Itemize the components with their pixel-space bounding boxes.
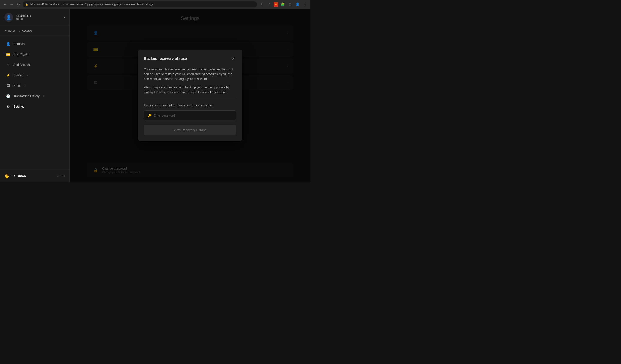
receive-label: Receive — [22, 29, 32, 32]
more-button[interactable]: ⋮ — [302, 1, 308, 7]
main-content: Settings 👤 › 💳 › ⚡ › 🖼 › — [69, 9, 310, 182]
nav-section: 👤 Portfolio 💳 Buy Crypto + Add Account ⚡… — [0, 36, 69, 170]
sidebar-item-settings[interactable]: ⚙ Settings — [2, 102, 68, 112]
account-balance: $0.00 — [16, 17, 61, 21]
nfts-external-icon: ↗ — [24, 84, 26, 87]
address-bar[interactable]: 🔒 Talisman - Polkadot Wallet | chrome-ex… — [23, 1, 257, 7]
modal-para-1: Your recovery phrase gives you access to… — [144, 67, 236, 82]
sidebar: 👤 All accounts $0.00 ▾ ↗ Send ↓ Receive … — [0, 9, 69, 182]
layout-button[interactable]: ⊡ — [287, 1, 293, 7]
sidebar-item-staking[interactable]: ⚡ Staking ↗ — [2, 70, 68, 80]
reload-button[interactable]: ↻ — [16, 2, 21, 7]
action-row: ↗ Send ↓ Receive — [0, 25, 69, 36]
staking-external-icon: ↗ — [27, 74, 29, 77]
download-button[interactable]: ⬇ — [259, 1, 265, 7]
send-icon: ↗ — [4, 29, 7, 32]
settings-icon: ⚙ — [6, 104, 10, 109]
brand-name: Talisman — [12, 174, 26, 178]
sidebar-item-nfts[interactable]: 🖼 NFTs ↗ — [2, 81, 68, 91]
transaction-history-label: Transaction History — [14, 94, 40, 98]
staking-icon: ⚡ — [6, 73, 10, 77]
modal-prompt: Enter your password to show your recover… — [144, 104, 236, 107]
avatar: 👤 — [4, 13, 13, 22]
modal-title: Backup recovery phrase — [144, 56, 187, 61]
modal-overlay: Backup recovery phrase ✕ Your recovery p… — [69, 9, 310, 182]
buy-crypto-label: Buy Crypto — [14, 53, 29, 56]
version-label: v1.16.1 — [57, 175, 65, 177]
sidebar-item-add-account[interactable]: + Add Account — [2, 60, 68, 70]
settings-label: Settings — [14, 105, 25, 108]
password-input-wrapper: 🔑 — [144, 110, 236, 121]
modal-para-2: We strongly encourage you to back up you… — [144, 85, 236, 95]
browser-action-buttons: ⬇ ☆ 🧧 🧩 ⊡ 👤 ⋮ — [259, 1, 308, 7]
nav-buttons: ← → ↻ — [3, 2, 21, 7]
sidebar-footer: 🖐 Talisman v1.16.1 — [0, 170, 69, 182]
sidebar-item-transaction-history[interactable]: 🕐 Transaction History ↗ — [2, 91, 68, 101]
transaction-history-icon: 🕐 — [6, 94, 10, 98]
password-input[interactable] — [144, 110, 236, 121]
account-info: All accounts $0.00 — [16, 14, 61, 21]
tx-history-external-icon: ↗ — [43, 95, 45, 98]
extensions-button[interactable]: 🧩 — [280, 1, 286, 7]
address-url: chrome-extension://fjngjgcjhjmmpcmkeioml… — [64, 3, 153, 6]
forward-button[interactable]: → — [9, 2, 14, 7]
account-header[interactable]: 👤 All accounts $0.00 ▾ — [0, 9, 69, 25]
browser-toolbar: ← → ↻ 🔒 Talisman - Polkadot Wallet | chr… — [0, 0, 310, 9]
modal-divider — [144, 99, 236, 99]
view-recovery-phrase-button[interactable]: View Recovery Phrase — [144, 125, 236, 135]
nfts-icon: 🖼 — [6, 84, 10, 88]
sidebar-item-buy-crypto[interactable]: 💳 Buy Crypto — [2, 49, 68, 59]
talisman-brand: 🖐 Talisman — [4, 173, 26, 178]
bookmark-button[interactable]: ☆ — [266, 1, 272, 7]
staking-label: Staking — [14, 73, 24, 77]
nfts-label: NFTs — [14, 84, 21, 87]
account-dropdown-arrow[interactable]: ▾ — [64, 16, 65, 19]
send-label: Send — [8, 29, 15, 32]
modal-backup-recovery: Backup recovery phrase ✕ Your recovery p… — [138, 50, 242, 141]
ssl-lock-icon: 🔒 — [25, 3, 28, 6]
modal-header: Backup recovery phrase ✕ — [144, 56, 236, 62]
add-account-icon: + — [6, 63, 10, 67]
account-name: All accounts — [16, 14, 61, 17]
profile-button[interactable]: 👤 — [294, 1, 300, 7]
modal-close-button[interactable]: ✕ — [230, 56, 236, 62]
tab-title: Talisman - Polkadot Wallet — [30, 3, 60, 6]
sidebar-item-portfolio[interactable]: 👤 Portfolio — [2, 39, 68, 49]
send-button[interactable]: ↗ Send — [4, 28, 15, 33]
portfolio-icon: 👤 — [6, 42, 10, 46]
add-account-label: Add Account — [14, 63, 31, 67]
back-button[interactable]: ← — [3, 2, 8, 7]
portfolio-label: Portfolio — [14, 42, 25, 46]
buy-crypto-icon: 💳 — [6, 52, 10, 56]
brand-icon: 🖐 — [4, 173, 10, 178]
address-separator: | — [62, 3, 62, 6]
learn-more-link[interactable]: Learn more. — [210, 90, 226, 94]
password-icon: 🔑 — [147, 114, 152, 118]
receive-icon: ↓ — [19, 29, 20, 32]
talisman-ext-icon[interactable]: 🧧 — [274, 2, 278, 7]
modal-body: Your recovery phrase gives you access to… — [144, 67, 236, 135]
receive-button[interactable]: ↓ Receive — [19, 28, 32, 33]
